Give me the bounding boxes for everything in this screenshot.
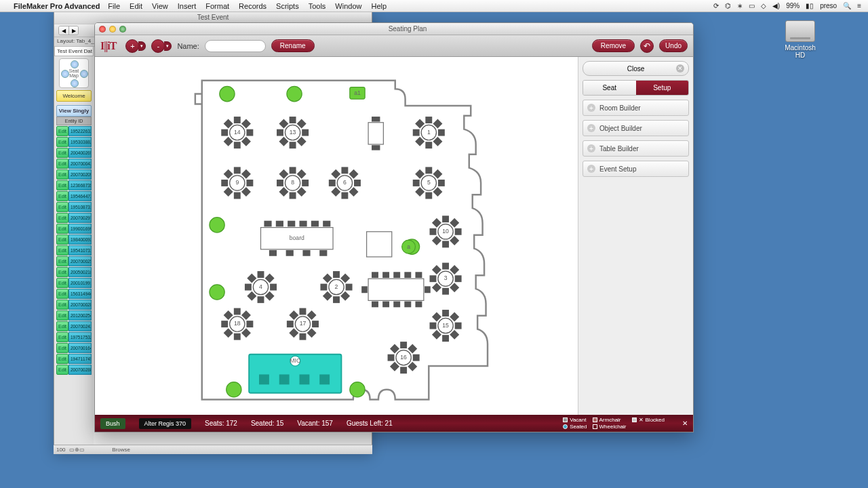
edit-button[interactable]: Edit (56, 267, 68, 277)
edit-button[interactable]: Edit (56, 169, 68, 180)
edit-button[interactable]: Edit (56, 310, 68, 321)
edit-button[interactable]: Edit (56, 191, 68, 201)
rename-button[interactable]: Rename (271, 39, 315, 52)
entity-row[interactable]: Edit1952226338 (56, 126, 92, 136)
round-table[interactable]: 13 (277, 117, 309, 148)
undo-button[interactable]: Undo (659, 39, 688, 52)
back-titlebar[interactable]: Test Event (54, 10, 372, 24)
edit-button[interactable]: Edit (56, 278, 68, 288)
rect-table[interactable] (368, 279, 424, 300)
accordion-table-builder[interactable]: +Table Builder (583, 140, 689, 157)
nav-arrows[interactable]: ◀▶ (58, 26, 79, 35)
name-input[interactable] (205, 40, 266, 52)
entity-row[interactable]: Edit2007002436 (56, 321, 92, 331)
battery-icon[interactable]: ▮▯ (806, 2, 814, 9)
traffic-lights[interactable] (99, 26, 126, 33)
undo-icon[interactable]: ↶ (640, 39, 654, 53)
entity-row[interactable]: Edit2007000252 (56, 256, 92, 266)
seating-titlebar[interactable]: Seating Plan (95, 23, 693, 35)
edit-button[interactable]: Edit (56, 300, 68, 310)
status-icon[interactable]: ⟳ (713, 2, 719, 9)
round-table[interactable]: 3 (430, 263, 462, 295)
round-table[interactable]: 4 (245, 271, 277, 303)
entity-row[interactable]: Edit2007001641 (56, 343, 92, 353)
menu-edit[interactable]: Edit (130, 2, 142, 10)
round-table[interactable]: 5 (413, 167, 445, 199)
welcome-button[interactable]: Welcome (56, 90, 92, 102)
edit-button[interactable]: Edit (56, 235, 68, 245)
entity-row[interactable]: Edit1954107310 (56, 245, 92, 256)
display-icon[interactable]: ▭ (749, 2, 755, 9)
edit-button[interactable]: Edit (56, 137, 68, 147)
entity-row[interactable]: Edit1954644732 (56, 191, 92, 201)
menu-file[interactable]: File (108, 2, 120, 10)
view-singly-tab[interactable]: View Singly (56, 105, 92, 117)
edit-button[interactable]: Edit (56, 224, 68, 234)
edit-button[interactable]: Edit (56, 148, 68, 158)
menu-icon[interactable]: ≡ (857, 2, 861, 9)
edit-button[interactable]: Edit (56, 159, 68, 169)
menu-scripts[interactable]: Scripts (276, 2, 299, 10)
battery-text[interactable]: 99% (786, 2, 800, 9)
edit-button[interactable]: Edit (56, 332, 68, 342)
green-marker[interactable] (210, 285, 224, 300)
statusbar-close-icon[interactable]: ✕ (682, 420, 688, 427)
tab-setup[interactable]: Setup (636, 81, 689, 95)
edit-button[interactable]: Edit (56, 180, 68, 190)
edit-button[interactable]: Edit (56, 354, 68, 364)
edit-button[interactable]: Edit (56, 289, 68, 299)
green-marker[interactable] (210, 218, 224, 232)
browse-mode[interactable]: Browse (112, 447, 130, 453)
round-table[interactable]: 1 (413, 117, 445, 148)
round-table[interactable]: 17 (287, 308, 319, 340)
round-table[interactable]: 14 (221, 117, 253, 148)
edit-button[interactable]: Edit (56, 256, 68, 266)
green-marker[interactable] (220, 86, 235, 101)
entity-row[interactable]: Edit1975175324 (56, 332, 92, 342)
floorplan-canvas[interactable]: 1413198651042318171516 a1a boardMIC (95, 57, 578, 415)
round-table[interactable]: 16 (388, 342, 420, 373)
round-table[interactable]: 2 (320, 271, 352, 303)
entity-row[interactable]: Edit2007002884 (56, 365, 92, 375)
edit-button[interactable]: Edit (56, 245, 68, 256)
round-table[interactable]: 6 (329, 167, 361, 199)
close-icon[interactable]: ✕ (676, 64, 684, 73)
menu-insert[interactable]: Insert (178, 2, 197, 10)
menu-tools[interactable]: Tools (309, 2, 326, 10)
app-name[interactable]: FileMaker Pro Advanced (14, 2, 100, 10)
entity-row[interactable]: Edit1951087318 (56, 202, 92, 212)
bluetooth-icon[interactable]: ⌬ (725, 2, 731, 9)
menu-window[interactable]: Window (335, 2, 361, 10)
edit-button[interactable]: Edit (56, 365, 68, 375)
tag-alter[interactable]: Alter Regis 370 (139, 418, 192, 429)
entity-row[interactable]: Edit1563149467 (56, 289, 92, 299)
entity-row[interactable]: Edit1236687354 (56, 180, 92, 190)
podium[interactable] (368, 123, 383, 144)
wifi-icon[interactable]: ◇ (761, 2, 766, 9)
zoom-in-group[interactable]: +▾ (125, 39, 146, 53)
entity-row[interactable]: Edit2001019914 (56, 278, 92, 288)
close-button[interactable]: Close ✕ (583, 61, 689, 76)
edit-button[interactable]: Edit (56, 202, 68, 212)
seatmap-button[interactable] (59, 58, 89, 88)
entity-row[interactable]: Edit2007000283 (56, 300, 92, 310)
square-object[interactable] (367, 232, 392, 257)
entity-row[interactable]: Edit2005002186 (56, 267, 92, 277)
tag-bush[interactable]: Bush (100, 418, 125, 429)
menu-view[interactable]: View (152, 2, 168, 10)
tab-seat[interactable]: Seat (583, 81, 636, 95)
entity-row[interactable]: Edit1984000922 (56, 235, 92, 245)
entity-row[interactable]: Edit2004002655 (56, 148, 92, 158)
round-table[interactable]: 10 (430, 216, 462, 247)
round-table[interactable]: 9 (221, 167, 253, 199)
spotlight-icon[interactable]: 🔍 (843, 2, 851, 9)
edit-button[interactable]: Edit (56, 213, 68, 223)
entity-row[interactable]: Edit1947117450 (56, 354, 92, 364)
accordion-event-setup[interactable]: +Event Setup (583, 161, 689, 177)
entity-row[interactable]: Edit1953038829 (56, 137, 92, 147)
entity-row[interactable]: Edit2007002096 (56, 169, 92, 180)
entity-row[interactable]: Edit2012002544 (56, 310, 92, 321)
round-table[interactable]: 15 (430, 310, 462, 342)
menu-help[interactable]: Help (371, 2, 387, 10)
volume-icon[interactable]: ◀) (772, 2, 780, 9)
